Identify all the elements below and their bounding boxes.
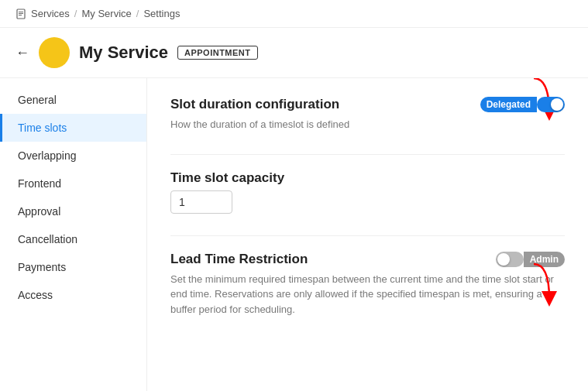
capacity-input[interactable] [170, 190, 232, 214]
slot-duration-section: Slot duration configuration Delegated Ho… [170, 97, 565, 132]
time-slot-capacity-section: Time slot capacity [170, 170, 565, 214]
sidebar-item-access[interactable]: Access [0, 281, 146, 309]
divider-1 [170, 154, 565, 155]
sidebar-item-payments[interactable]: Payments [0, 253, 146, 281]
document-icon [15, 9, 26, 19]
divider-2 [170, 235, 565, 236]
lead-time-section: Lead Time Restriction Admin Set the mini… [170, 252, 565, 317]
service-title: My Service [79, 43, 168, 63]
breadcrumb: Services / My Service / Settings [0, 0, 588, 28]
breadcrumb-myservice[interactable]: My Service [81, 8, 131, 19]
sidebar-item-general[interactable]: General [0, 86, 146, 114]
sidebar-item-cancellation[interactable]: Cancellation [0, 225, 146, 253]
breadcrumb-services[interactable]: Services [31, 8, 70, 19]
lead-time-desc: Set the minimum required timespan betwee… [170, 272, 565, 317]
page-header: ← My Service APPOINTMENT [0, 28, 588, 78]
slot-duration-title: Slot duration configuration [170, 97, 339, 112]
sidebar-item-approval[interactable]: Approval [0, 197, 146, 225]
sidebar-item-frontend[interactable]: Frontend [0, 170, 146, 197]
sidebar-item-timeslots[interactable]: Time slots [0, 114, 146, 142]
admin-toggle[interactable] [496, 252, 524, 267]
appointment-badge: APPOINTMENT [177, 46, 258, 60]
admin-label: Admin [524, 252, 565, 267]
delegated-label: Delegated [480, 97, 537, 112]
sidebar: General Time slots Overlapping Frontend … [0, 78, 147, 391]
delegated-toggle[interactable] [537, 97, 565, 112]
sidebar-item-overlapping[interactable]: Overlapping [0, 142, 146, 170]
admin-toggle-wrapper[interactable]: Admin [496, 252, 565, 267]
slot-duration-desc: How the duration of a timeslot is define… [170, 117, 565, 132]
back-button[interactable]: ← [15, 45, 29, 61]
service-avatar [39, 37, 70, 68]
lead-time-title: Lead Time Restriction [170, 252, 308, 267]
time-slot-capacity-title: Time slot capacity [170, 170, 284, 186]
content-area: Slot duration configuration Delegated Ho… [147, 78, 588, 391]
delegated-toggle-wrapper[interactable]: Delegated [480, 97, 565, 112]
breadcrumb-settings: Settings [143, 8, 180, 19]
